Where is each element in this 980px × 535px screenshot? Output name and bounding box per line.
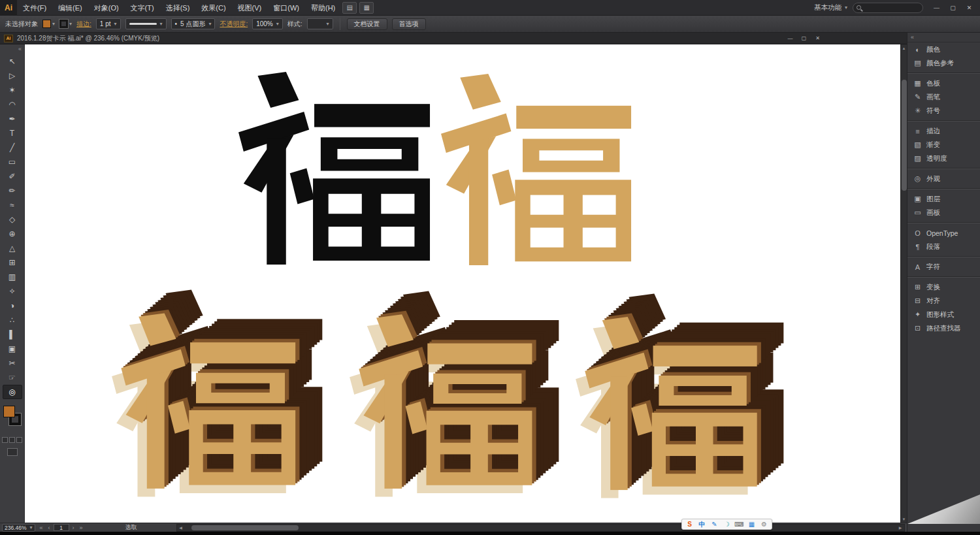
- doc-close-button[interactable]: ✕: [811, 34, 825, 43]
- fu-character-3d-2[interactable]: [346, 289, 564, 499]
- width-profile-select[interactable]: ▾: [125, 18, 167, 29]
- panel-tab-appearance[interactable]: ◎ 外观: [907, 172, 980, 186]
- minimize-button[interactable]: —: [928, 1, 945, 14]
- draw-normal-icon[interactable]: [2, 437, 8, 443]
- doc-restore-button[interactable]: ▢: [797, 34, 811, 43]
- scroll-up-icon[interactable]: ▲: [901, 44, 907, 52]
- tool-selection[interactable]: ↖: [3, 54, 22, 69]
- arrange-documents-icon[interactable]: ▦: [359, 2, 374, 14]
- panel-tab-graphic-styles[interactable]: ✦ 图形样式: [907, 308, 980, 321]
- tool-free-transform[interactable]: ◇: [3, 212, 22, 227]
- menu-help[interactable]: 帮助(H): [305, 0, 341, 16]
- tool-blend[interactable]: ◑: [3, 299, 22, 313]
- tool-eyedropper[interactable]: ✧: [3, 284, 22, 299]
- tool-direct-selection[interactable]: ▷: [3, 69, 22, 83]
- h-scroll-thumb[interactable]: [191, 525, 298, 530]
- screen-mode-icon[interactable]: [7, 448, 18, 456]
- tool-column-graph[interactable]: ▌: [3, 327, 22, 342]
- tool-slice[interactable]: ✂: [3, 356, 22, 370]
- stroke-swatch[interactable]: [59, 20, 68, 28]
- artboard-number-field[interactable]: 1: [54, 524, 69, 531]
- collapse-panel-icon[interactable]: «: [0, 44, 24, 54]
- panel-tab-color-guide[interactable]: ▤ 颜色参考: [907, 56, 980, 70]
- tool-gradient[interactable]: ▥: [3, 270, 22, 284]
- panel-tab-brushes[interactable]: ✎ 画笔: [907, 90, 980, 104]
- next-artboard-button[interactable]: ›: [70, 525, 77, 531]
- close-button[interactable]: ✕: [961, 1, 977, 14]
- scroll-down-icon[interactable]: ▼: [901, 515, 907, 523]
- fu-character-black[interactable]: [238, 72, 431, 265]
- panel-tab-swatches[interactable]: ▦ 色板: [907, 76, 980, 90]
- tool-magic-wand[interactable]: ✶: [3, 83, 22, 97]
- panel-tab-transparency[interactable]: ▨ 透明度: [907, 152, 980, 165]
- draw-behind-icon[interactable]: [9, 437, 15, 443]
- chinese-mode-icon[interactable]: 中: [696, 520, 708, 529]
- moon-icon[interactable]: ☽: [721, 520, 732, 529]
- panel-tab-symbols[interactable]: ✳ 符号: [907, 104, 980, 118]
- first-artboard-button[interactable]: «: [38, 525, 45, 531]
- app-logo[interactable]: Ai: [0, 0, 17, 16]
- tool-hand[interactable]: ☞: [3, 370, 22, 385]
- fill-color-picker[interactable]: ▾: [42, 20, 55, 28]
- menu-select[interactable]: 选择(S): [160, 0, 196, 16]
- tool-perspective-grid[interactable]: △: [3, 241, 22, 255]
- dock-expand-icon[interactable]: «: [907, 33, 980, 42]
- tool-lasso[interactable]: ◠: [3, 97, 22, 112]
- menu-window[interactable]: 窗口(W): [267, 0, 305, 16]
- panel-tab-paragraph[interactable]: ¶ 段落: [907, 240, 980, 253]
- previous-artboard-button[interactable]: ‹: [46, 525, 53, 531]
- tool-shape-builder[interactable]: ⊕: [3, 227, 22, 241]
- last-artboard-button[interactable]: »: [78, 525, 85, 531]
- panel-tab-stroke[interactable]: ≡ 描边: [907, 124, 980, 138]
- workspace-switcher[interactable]: 基本功能 ▾: [814, 3, 847, 12]
- panel-tab-gradient[interactable]: ▧ 渐变: [907, 138, 980, 152]
- zoom-level-select[interactable]: 236.46% ▾: [2, 524, 35, 532]
- stroke-color-picker[interactable]: ▾: [59, 20, 72, 28]
- brush-definition-select[interactable]: • 5 点圆形 ▾: [171, 18, 216, 29]
- v-scroll-track[interactable]: [901, 52, 907, 515]
- tool-mesh[interactable]: ⊞: [3, 255, 22, 270]
- tool-pencil[interactable]: ✏: [3, 184, 22, 198]
- draw-inside-icon[interactable]: [16, 437, 22, 443]
- menu-object[interactable]: 对象(O): [88, 0, 125, 16]
- fill-color-box[interactable]: [3, 406, 15, 417]
- style-select[interactable]: ▾: [307, 18, 333, 29]
- bridge-icon[interactable]: ▤: [342, 2, 357, 14]
- panel-tab-character[interactable]: A 字符: [907, 260, 980, 274]
- h-scroll-track[interactable]: [185, 525, 896, 531]
- panel-tab-align[interactable]: ⊟ 对齐: [907, 294, 980, 308]
- tool-line-segment[interactable]: ╱: [3, 140, 22, 155]
- fu-character-3d-3[interactable]: [572, 291, 789, 500]
- doc-minimize-button[interactable]: —: [783, 34, 797, 43]
- fu-character-tan[interactable]: [441, 74, 632, 265]
- settings-icon[interactable]: ⚙: [759, 520, 770, 529]
- tool-artboard[interactable]: ▣: [3, 342, 22, 356]
- panel-tab-layers[interactable]: ▣ 图层: [907, 192, 980, 206]
- search-input[interactable]: [864, 3, 919, 12]
- fill-swatch[interactable]: [42, 20, 51, 28]
- menu-type[interactable]: 文字(T): [125, 0, 160, 16]
- tool-symbol-sprayer[interactable]: ∴: [3, 313, 22, 327]
- tool-width[interactable]: ≈: [3, 198, 22, 212]
- horizontal-scrollbar[interactable]: ◀ ▶: [176, 524, 905, 532]
- document-setup-button[interactable]: 文档设置: [347, 18, 387, 30]
- preferences-button[interactable]: 首选项: [392, 18, 426, 30]
- menu-view[interactable]: 视图(V): [232, 0, 268, 16]
- fu-character-3d-1[interactable]: [108, 287, 329, 499]
- stroke-panel-link[interactable]: 描边:: [76, 20, 91, 29]
- clipboard-icon[interactable]: ▦: [746, 520, 757, 529]
- scroll-right-icon[interactable]: ▶: [896, 525, 904, 531]
- artboard-canvas[interactable]: [25, 44, 900, 523]
- opacity-panel-link[interactable]: 不透明度:: [220, 20, 248, 29]
- tool-zoom[interactable]: ◎: [3, 385, 22, 399]
- tool-type[interactable]: T: [3, 126, 22, 140]
- panel-tab-pathfinder[interactable]: ⊡ 路径查找器: [907, 321, 980, 335]
- keyboard-icon[interactable]: ⌨: [734, 520, 745, 529]
- tool-pen[interactable]: ✒: [3, 112, 22, 126]
- vertical-scrollbar[interactable]: ▲ ▼: [900, 44, 907, 523]
- v-scroll-thumb[interactable]: [902, 80, 907, 191]
- panel-tab-transform[interactable]: ⊞ 变换: [907, 280, 980, 294]
- opacity-select[interactable]: 100% ▾: [252, 18, 283, 29]
- pen-icon[interactable]: ✎: [709, 520, 720, 529]
- panel-tab-color[interactable]: ◐ 颜色: [907, 42, 980, 56]
